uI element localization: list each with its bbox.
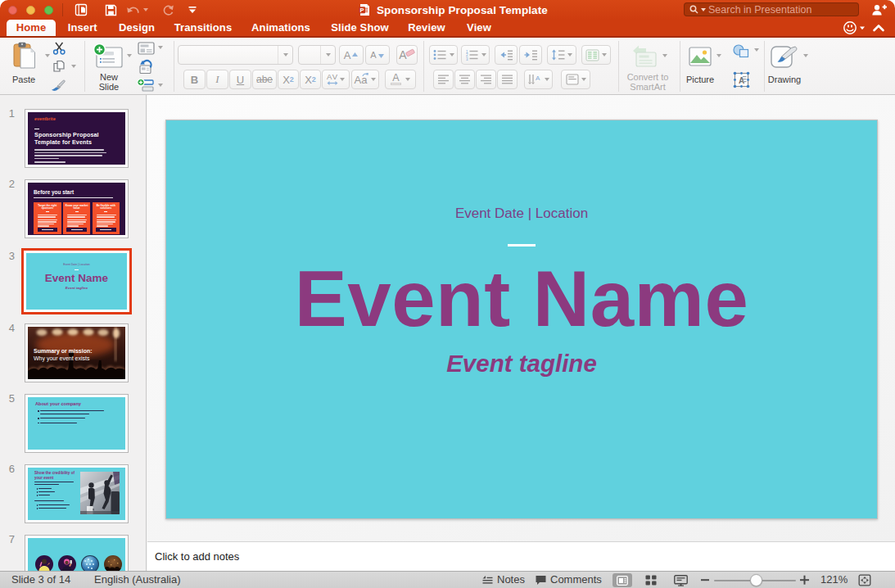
- cut-button[interactable]: [51, 41, 67, 55]
- slide-date-placeholder[interactable]: Event Date | Location: [166, 206, 877, 222]
- align-text-button[interactable]: [561, 70, 590, 89]
- slide-canvas[interactable]: Event Date | Location Event Name Event t…: [165, 120, 878, 519]
- font-color-button[interactable]: A: [385, 70, 416, 89]
- save-button[interactable]: [102, 0, 119, 20]
- search-field[interactable]: Search in Presentation: [684, 2, 859, 16]
- minimize-window-button[interactable]: [26, 6, 35, 15]
- picture-dropdown[interactable]: [714, 51, 724, 61]
- shapes-dropdown[interactable]: [752, 45, 762, 55]
- slide-thumbnail-1[interactable]: eventbriteSponsorship Proposal Template …: [25, 109, 129, 168]
- new-slide-dropdown[interactable]: [124, 51, 134, 61]
- slide-thumbnail-5[interactable]: About your company: [25, 394, 129, 453]
- ribbon-tab-bar: HomeInsertDesignTransitionsAnimationsSli…: [0, 20, 895, 36]
- slide-thumbnail-6[interactable]: Show the credibility of your event: [25, 464, 129, 523]
- slide-thumbnail-2[interactable]: Before you startTarget the right sponsor…: [25, 179, 129, 238]
- font-size-combo[interactable]: [298, 45, 336, 65]
- strikethrough-button[interactable]: abe: [252, 70, 277, 89]
- zoom-slider-thumb[interactable]: [750, 574, 762, 586]
- zoom-in-button[interactable]: [799, 574, 810, 588]
- clear-formatting-button[interactable]: A: [396, 45, 418, 65]
- decrease-font-size-button[interactable]: A: [365, 45, 390, 65]
- justify-button[interactable]: [497, 70, 518, 89]
- zoom-out-button[interactable]: [700, 574, 710, 588]
- change-case-button[interactable]: Aa: [351, 70, 379, 89]
- smartart-icon: [626, 43, 659, 68]
- share-button[interactable]: [870, 2, 888, 18]
- copy-button[interactable]: [51, 59, 67, 74]
- decrease-indent-button[interactable]: [495, 45, 518, 65]
- convert-to-smartart-button[interactable]: [626, 43, 660, 69]
- line-spacing-button[interactable]: [547, 45, 576, 65]
- picture-button[interactable]: [688, 46, 712, 67]
- zoom-level[interactable]: 121%: [820, 572, 848, 588]
- increase-font-size-button[interactable]: A: [339, 45, 364, 65]
- redo-button[interactable]: [160, 0, 177, 20]
- slide-thumbnail-3[interactable]: Event Date | LocationEvent NameEvent tag…: [21, 248, 132, 314]
- bullet-list-icon: [433, 49, 446, 61]
- superscript-button[interactable]: X 2: [278, 70, 299, 89]
- zoom-window-button[interactable]: [44, 6, 53, 15]
- close-window-button[interactable]: [8, 6, 17, 15]
- slide-title[interactable]: Event Name: [166, 258, 877, 340]
- slide-tagline[interactable]: Event tagline: [166, 350, 877, 378]
- underline-button[interactable]: U: [229, 70, 251, 89]
- feedback-button[interactable]: [842, 20, 866, 36]
- tab-insert[interactable]: Insert: [68, 20, 97, 36]
- layout-button[interactable]: [137, 41, 155, 55]
- align-left-button[interactable]: [433, 70, 454, 89]
- notes-pane[interactable]: Click to add notes: [147, 541, 895, 571]
- text-box-button[interactable]: A: [731, 70, 751, 89]
- increase-indent-button[interactable]: [519, 45, 542, 65]
- copy-dropdown[interactable]: [69, 61, 79, 71]
- tab-slide-show[interactable]: Slide Show: [331, 20, 388, 36]
- section-dropdown[interactable]: [156, 80, 165, 90]
- slide-sorter-view-button[interactable]: [645, 575, 657, 588]
- layout-dropdown[interactable]: [156, 43, 165, 52]
- thumbnail-title: About your company: [35, 401, 81, 406]
- new-slide-button[interactable]: [92, 43, 124, 69]
- italic-button[interactable]: I: [206, 70, 228, 89]
- slide-thumbnail-4[interactable]: Summary or mission:Why your event exists: [25, 323, 129, 382]
- tab-transitions[interactable]: Transitions: [174, 20, 232, 36]
- character-spacing-button[interactable]: AV: [322, 70, 350, 89]
- reset-slide-button[interactable]: [137, 58, 155, 74]
- text-direction-button[interactable]: A: [524, 70, 553, 89]
- undo-button[interactable]: [124, 0, 141, 20]
- slide-number: 4: [2, 322, 15, 334]
- fit-slide-to-window-button[interactable]: [858, 574, 871, 588]
- comments-toggle[interactable]: Comments: [550, 572, 602, 588]
- search-scope-chevron-icon: [701, 8, 706, 11]
- paste-button[interactable]: [8, 41, 39, 70]
- drawing-button[interactable]: [770, 44, 798, 69]
- tab-design[interactable]: Design: [119, 20, 155, 36]
- bullets-button[interactable]: [429, 45, 458, 65]
- collapse-ribbon-button[interactable]: [871, 20, 886, 36]
- font-size-dropdown[interactable]: [320, 46, 335, 64]
- numbering-button[interactable]: 1 2 3: [461, 45, 490, 65]
- shapes-button[interactable]: [731, 43, 751, 59]
- section-button[interactable]: [137, 78, 155, 93]
- bold-button[interactable]: B: [183, 70, 206, 89]
- normal-view-button[interactable]: [612, 573, 632, 587]
- language-indicator[interactable]: English (Australia): [94, 572, 181, 588]
- font-name-dropdown[interactable]: [278, 46, 292, 64]
- align-center-button[interactable]: [454, 70, 475, 89]
- tab-review[interactable]: Review: [408, 20, 445, 36]
- smartart-dropdown[interactable]: [660, 51, 670, 61]
- undo-dropdown[interactable]: [141, 0, 151, 20]
- align-right-button[interactable]: [476, 70, 496, 89]
- new-presentation-button[interactable]: [73, 0, 89, 20]
- tab-view[interactable]: View: [467, 20, 491, 36]
- columns-button[interactable]: [581, 45, 611, 65]
- subscript-button[interactable]: X 2: [300, 70, 321, 89]
- drawing-dropdown[interactable]: [801, 51, 811, 61]
- tab-animations[interactable]: Animations: [251, 20, 310, 36]
- format-painter-button[interactable]: [49, 78, 67, 93]
- font-name-combo[interactable]: [178, 45, 293, 65]
- customize-toolbar-button[interactable]: [185, 0, 200, 20]
- slideshow-view-button[interactable]: [674, 575, 688, 588]
- chevron-down-icon: [662, 54, 667, 57]
- tab-home[interactable]: Home: [7, 20, 56, 36]
- notes-toggle[interactable]: Notes: [497, 572, 525, 588]
- slide-thumbnail-7[interactable]: [25, 535, 129, 571]
